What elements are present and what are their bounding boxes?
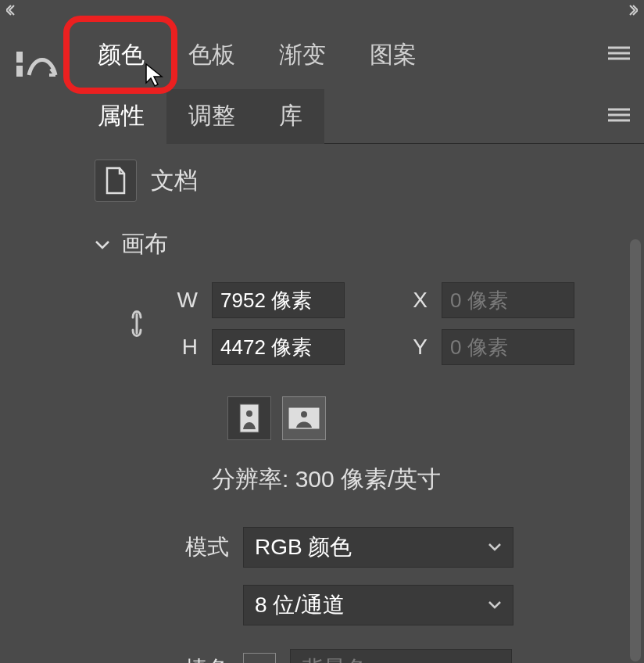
- y-label: Y: [404, 335, 428, 360]
- fill-label: 填色: [179, 654, 229, 663]
- tab-label: 属性: [98, 100, 145, 132]
- tab-label: 色板: [188, 39, 235, 71]
- collapse-left-icon[interactable]: [6, 5, 23, 16]
- panel-menu-icon[interactable]: [608, 45, 630, 64]
- cursor-icon: [145, 63, 166, 89]
- tab-label: 库: [279, 100, 302, 132]
- tab-label: 颜色: [98, 39, 145, 71]
- section-title: 画布: [121, 228, 168, 260]
- mode-row: 模式 RGB 颜色: [179, 527, 628, 568]
- resolution-text: 分辨率: 300 像素/英寸: [212, 464, 628, 496]
- width-label: W: [174, 288, 198, 313]
- mode-label: 模式: [179, 532, 229, 562]
- tab-pattern[interactable]: 图案: [348, 20, 438, 89]
- document-icon: [95, 159, 137, 202]
- tab-gradient[interactable]: 渐变: [257, 20, 348, 89]
- tab-color[interactable]: 颜色: [76, 20, 166, 89]
- chevron-down-icon: [95, 239, 110, 250]
- orientation-portrait-button[interactable]: [227, 396, 271, 440]
- svg-point-11: [301, 411, 307, 418]
- panel-tabs-sub: 属性 调整 库: [76, 89, 644, 144]
- orientation-landscape-button[interactable]: [282, 396, 326, 440]
- svg-rect-1: [16, 66, 23, 77]
- document-header: 文档: [95, 159, 628, 202]
- content-scrollbar[interactable]: [630, 239, 641, 661]
- panel-tabs-top: 颜色 色板 渐变 图案: [76, 20, 644, 89]
- dimensions-grid: W 7952 像素 X 0 像素 H 4472 像素 Y 0 像素: [113, 282, 628, 365]
- height-label: H: [174, 335, 198, 360]
- chevron-down-icon: [488, 600, 502, 610]
- document-label: 文档: [151, 165, 198, 197]
- tab-swatches[interactable]: 色板: [166, 20, 257, 89]
- x-input[interactable]: 0 像素: [442, 282, 574, 318]
- tab-label: 调整: [188, 100, 235, 132]
- height-input[interactable]: 4472 像素: [212, 329, 345, 365]
- chevron-down-icon: [488, 543, 502, 552]
- tab-label: 图案: [370, 39, 417, 71]
- icon-sidebar: [0, 20, 76, 99]
- expand-right-icon[interactable]: [621, 5, 638, 16]
- window-top-bar: [0, 0, 644, 20]
- tab-properties[interactable]: 属性: [76, 89, 166, 144]
- orientation-row: [227, 396, 628, 440]
- properties-content: 文档 画布 W 7952 像素 X 0 像素 H 4472 像素 Y 0 像素: [76, 144, 644, 663]
- width-input[interactable]: 7952 像素: [212, 282, 345, 318]
- svg-rect-0: [16, 52, 23, 63]
- x-label: X: [404, 288, 428, 313]
- panel-area: 颜色 色板 渐变 图案 属性 调整 库 文档 画布: [76, 20, 644, 663]
- link-dimensions-button[interactable]: [113, 303, 160, 344]
- color-mode-select[interactable]: RGB 颜色: [243, 527, 513, 568]
- svg-point-9: [246, 410, 252, 417]
- fill-row: 填色 背景色: [179, 649, 628, 663]
- fill-color-swatch[interactable]: [243, 653, 276, 663]
- tab-library[interactable]: 库: [257, 89, 324, 144]
- canvas-section-header[interactable]: 画布: [95, 228, 628, 260]
- fill-select[interactable]: 背景色: [290, 649, 512, 663]
- tab-label: 渐变: [279, 39, 326, 71]
- bitdepth-row: 8 位/通道: [179, 585, 628, 625]
- panel-menu-icon[interactable]: [608, 107, 630, 126]
- tab-adjust[interactable]: 调整: [166, 89, 257, 144]
- bit-depth-select[interactable]: 8 位/通道: [243, 585, 513, 625]
- panel-toggle-icon[interactable]: [16, 48, 60, 83]
- y-input[interactable]: 0 像素: [442, 329, 574, 365]
